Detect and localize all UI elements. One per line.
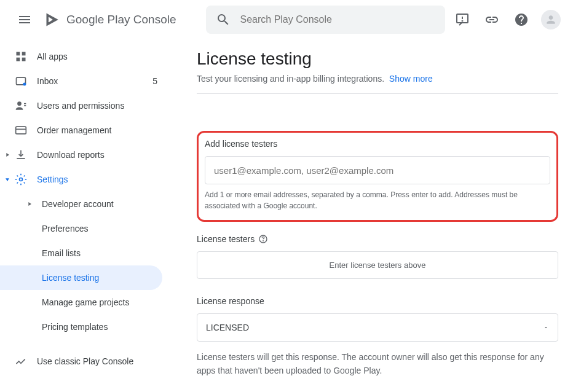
svg-rect-3 <box>17 52 20 56</box>
page-subtitle: Test your licensing and in-app billing i… <box>197 74 558 84</box>
logo-text: Google Play Console <box>66 13 176 26</box>
select-value: LICENSED <box>206 323 249 332</box>
menu-icon <box>17 12 32 27</box>
play-console-logo-icon <box>44 11 61 28</box>
sidebar-label: All apps <box>37 52 68 61</box>
add-testers-helper: Add 1 or more email addresses, separated… <box>205 189 550 211</box>
help-circle-icon[interactable] <box>258 234 268 244</box>
download-icon <box>15 149 27 161</box>
chevron-right-icon <box>2 150 12 160</box>
sidebar: All apps Inbox 5 Users and permissions O… <box>0 39 172 392</box>
dropdown-arrow-icon <box>543 324 549 331</box>
sidebar-label: Pricing templates <box>42 322 108 332</box>
sidebar-item-manage-games[interactable]: Manage game projects <box>0 290 172 315</box>
svg-point-9 <box>17 101 22 106</box>
divider <box>197 93 558 94</box>
sidebar-item-preferences[interactable]: Preferences <box>0 216 172 241</box>
svg-point-16 <box>263 241 264 241</box>
help-icon <box>514 12 529 27</box>
main-content: License testing Test your licensing and … <box>172 39 573 392</box>
add-testers-input[interactable] <box>205 156 550 184</box>
svg-rect-5 <box>17 58 20 61</box>
page-title: License testing <box>197 49 558 69</box>
svg-point-14 <box>20 178 23 181</box>
logo[interactable]: Google Play Console <box>44 11 176 28</box>
feedback-button[interactable] <box>450 7 475 32</box>
card-icon <box>15 124 27 136</box>
add-testers-label: Add license testers <box>205 139 550 149</box>
avatar <box>541 10 561 29</box>
sidebar-label: Users and permissions <box>37 101 124 111</box>
chart-icon <box>15 355 27 367</box>
sidebar-label: License testing <box>42 273 99 283</box>
sidebar-item-downloads[interactable]: Download reports <box>0 143 172 167</box>
help-button[interactable] <box>509 7 534 32</box>
inbox-icon <box>15 75 27 87</box>
search-bar[interactable] <box>206 6 446 34</box>
sidebar-label: Order management <box>37 125 111 135</box>
link-button[interactable] <box>480 7 504 32</box>
gear-icon <box>15 173 27 186</box>
response-description: License testers will get this response. … <box>197 350 558 378</box>
show-more-link[interactable]: Show more <box>389 74 433 84</box>
sidebar-item-inbox[interactable]: Inbox 5 <box>0 69 172 93</box>
sidebar-label: Preferences <box>42 224 88 233</box>
person-icon <box>545 14 557 26</box>
sidebar-item-license-testing[interactable]: License testing <box>0 265 162 290</box>
add-testers-section: Add license testers Add 1 or more email … <box>197 131 558 222</box>
sidebar-item-classic-console[interactable]: Use classic Play Console <box>0 349 172 374</box>
svg-rect-6 <box>22 58 26 61</box>
sidebar-label: Manage game projects <box>42 297 129 307</box>
testers-empty-state: Enter license testers above <box>197 251 558 279</box>
svg-rect-12 <box>16 127 26 134</box>
sidebar-item-developer-account[interactable]: Developer account <box>0 192 172 216</box>
sidebar-label: Inbox <box>37 76 58 86</box>
feedback-icon <box>455 12 470 27</box>
sidebar-label: Download reports <box>37 150 105 160</box>
inbox-badge: 5 <box>152 76 157 86</box>
account-button[interactable] <box>539 7 563 32</box>
sidebar-label: Email lists <box>42 248 81 258</box>
sidebar-item-settings[interactable]: Settings <box>0 167 172 192</box>
search-icon <box>216 12 231 27</box>
sidebar-item-users[interactable]: Users and permissions <box>0 93 172 118</box>
testers-label: License testers <box>197 234 558 244</box>
search-input[interactable] <box>240 14 436 25</box>
response-label: License response <box>197 296 558 306</box>
sidebar-item-pricing-templates[interactable]: Pricing templates <box>0 315 172 339</box>
chevron-right-icon <box>25 199 34 209</box>
sidebar-label: Developer account <box>42 199 114 209</box>
link-icon <box>484 12 499 27</box>
svg-point-8 <box>23 83 26 86</box>
svg-point-2 <box>462 21 463 22</box>
svg-rect-4 <box>22 52 26 56</box>
sidebar-label: Settings <box>37 174 68 184</box>
users-icon <box>15 100 27 112</box>
license-response-select[interactable]: LICENSED <box>197 313 558 342</box>
chevron-down-icon <box>2 174 12 184</box>
sidebar-item-orders[interactable]: Order management <box>0 118 172 143</box>
sidebar-item-email-lists[interactable]: Email lists <box>0 241 172 265</box>
apps-icon <box>15 50 27 63</box>
sidebar-label: Use classic Play Console <box>37 356 133 366</box>
sidebar-item-all-apps[interactable]: All apps <box>0 44 172 69</box>
menu-button[interactable] <box>10 5 39 34</box>
